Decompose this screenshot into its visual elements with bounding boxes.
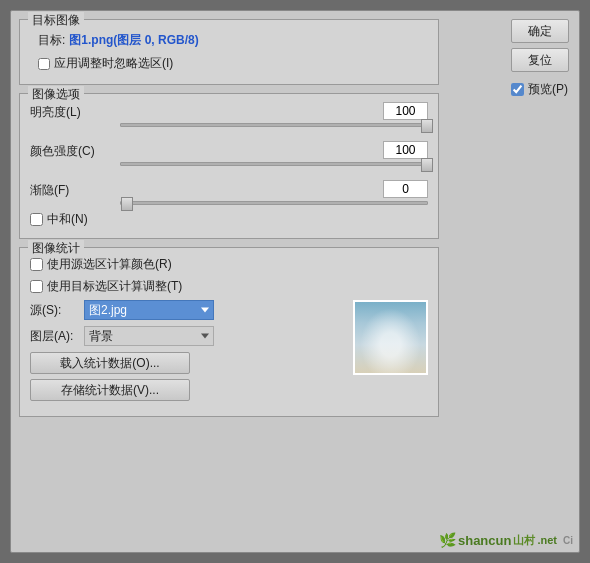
target-section-legend: 目标图像	[28, 12, 84, 29]
source-row: 源(S): 图2.jpg	[30, 300, 343, 320]
fade-label: 渐隐(F)	[30, 180, 120, 199]
thumbnail-image	[355, 302, 426, 373]
preview-row: 预览(P)	[511, 81, 571, 98]
options-section-legend: 图像选项	[28, 86, 84, 103]
preview-label: 预览(P)	[528, 81, 568, 98]
leaf-icon: 🌿	[439, 532, 456, 548]
brightness-input[interactable]: 100	[383, 102, 428, 120]
stats-target-checkbox-row: 使用目标选区计算调整(T)	[30, 278, 428, 295]
target-image-section: 目标图像 目标: 图1.png(图层 0, RGB/8) 应用调整时忽略选区(I…	[19, 19, 439, 85]
ignore-selection-checkbox[interactable]	[38, 58, 50, 70]
image-options-section: 图像选项 明亮度(L) 100 颜色强度(C) 100	[19, 93, 439, 239]
fade-controls: 0	[120, 180, 428, 205]
fade-input[interactable]: 0	[383, 180, 428, 198]
load-stats-button[interactable]: 载入统计数据(O)...	[30, 352, 190, 374]
stats-source-label: 使用源选区计算颜色(R)	[47, 256, 172, 273]
color-intensity-slider-thumb[interactable]	[421, 158, 433, 172]
layer-dropdown-value: 背景	[89, 328, 113, 345]
stats-target-label: 使用目标选区计算调整(T)	[47, 278, 182, 295]
brightness-row: 明亮度(L) 100	[30, 102, 428, 127]
stats-section: 图像统计 使用源选区计算颜色(R) 使用目标选区计算调整(T) 源(S): 图2…	[19, 247, 439, 417]
dialog-panel: 目标图像 目标: 图1.png(图层 0, RGB/8) 应用调整时忽略选区(I…	[10, 10, 580, 553]
ci-text: Ci	[563, 535, 573, 546]
layer-label: 图层(A):	[30, 328, 80, 345]
source-label: 源(S):	[30, 302, 80, 319]
brightness-slider-thumb[interactable]	[421, 119, 433, 133]
neutralize-row: 中和(N)	[30, 211, 428, 228]
brightness-slider-track	[120, 123, 428, 127]
confirm-button[interactable]: 确定	[511, 19, 569, 43]
color-intensity-row: 颜色强度(C) 100	[30, 141, 428, 166]
layer-dropdown[interactable]: 背景	[84, 326, 214, 346]
brightness-controls: 100	[120, 102, 428, 127]
stats-section-legend: 图像统计	[28, 240, 84, 257]
fade-slider-thumb[interactable]	[121, 197, 133, 211]
stats-bottom-row: 源(S): 图2.jpg 图层(A): 背景 载入统计数据(O).	[30, 300, 428, 406]
color-intensity-controls: 100	[120, 141, 428, 166]
target-value: 图1.png(图层 0, RGB/8)	[69, 32, 198, 49]
ignore-selection-label: 应用调整时忽略选区(I)	[54, 55, 173, 72]
target-info: 目标: 图1.png(图层 0, RGB/8) 应用调整时忽略选区(I)	[30, 32, 428, 72]
watermark: 🌿 shancun 山村 .net Ci	[439, 532, 573, 548]
brand-text: shancun	[458, 533, 511, 548]
fade-slider-track	[120, 201, 428, 205]
stats-source-checkbox-row: 使用源选区计算颜色(R)	[30, 256, 428, 273]
reset-button[interactable]: 复位	[511, 48, 569, 72]
source-dropdown-arrow-icon	[201, 308, 209, 313]
neutralize-checkbox[interactable]	[30, 213, 43, 226]
color-intensity-input[interactable]: 100	[383, 141, 428, 159]
stats-target-checkbox[interactable]	[30, 280, 43, 293]
brand-net: .net	[537, 534, 557, 546]
preview-checkbox[interactable]	[511, 83, 524, 96]
save-stats-button[interactable]: 存储统计数据(V)...	[30, 379, 190, 401]
right-buttons-panel: 确定 复位 预览(P)	[511, 19, 571, 98]
source-dropdown[interactable]: 图2.jpg	[84, 300, 214, 320]
target-label: 目标:	[38, 32, 65, 49]
brand-suffix: 山村	[513, 533, 535, 548]
layer-row: 图层(A): 背景	[30, 326, 343, 346]
color-intensity-label: 颜色强度(C)	[30, 141, 120, 160]
neutralize-label: 中和(N)	[47, 211, 88, 228]
ignore-selection-row: 应用调整时忽略选区(I)	[38, 55, 428, 72]
layer-dropdown-arrow-icon	[201, 334, 209, 339]
source-dropdown-value: 图2.jpg	[89, 302, 127, 319]
stats-left-controls: 源(S): 图2.jpg 图层(A): 背景 载入统计数据(O).	[30, 300, 343, 406]
content-area: 目标图像 目标: 图1.png(图层 0, RGB/8) 应用调整时忽略选区(I…	[19, 19, 439, 544]
source-thumbnail	[353, 300, 428, 375]
fade-row: 渐隐(F) 0	[30, 180, 428, 205]
brightness-label: 明亮度(L)	[30, 102, 120, 121]
color-intensity-slider-track	[120, 162, 428, 166]
stats-source-checkbox[interactable]	[30, 258, 43, 271]
